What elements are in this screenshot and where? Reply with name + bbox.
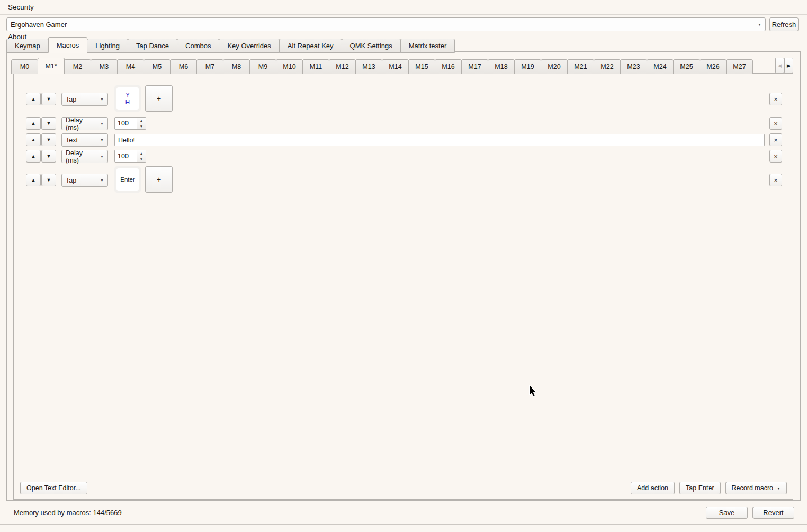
macro-tab[interactable]: M11 (302, 59, 329, 74)
remove-action-button[interactable]: × (769, 117, 782, 130)
delay-input[interactable] (115, 150, 137, 162)
macro-tab[interactable]: M3 (91, 59, 118, 74)
action-type-select[interactable]: Text ▼ (61, 133, 108, 147)
macro-tab[interactable]: M15 (408, 59, 435, 74)
record-macro-label: Record macro (732, 484, 774, 492)
macro-tab[interactable]: M6 (170, 59, 197, 74)
move-down-button[interactable]: ▼ (41, 117, 56, 130)
macro-tab[interactable]: M1* (38, 58, 65, 74)
chevron-down-icon: ▼ (755, 23, 761, 26)
macro-keycap[interactable]: Y H (114, 85, 141, 112)
add-action-button[interactable]: Add action (631, 482, 675, 494)
main-tab[interactable]: Alt Repeat Key (279, 39, 342, 53)
macro-tab[interactable]: M14 (382, 59, 409, 74)
remove-action-button[interactable]: × (769, 133, 782, 146)
macro-tab[interactable]: M8 (223, 59, 250, 74)
main-tab-bar: KeymapMacrosLightingTap DanceCombosKey O… (6, 37, 454, 53)
spin-up-icon[interactable]: ▲ (137, 150, 146, 156)
save-button[interactable]: Save (706, 507, 748, 519)
macro-tab[interactable]: M0 (11, 59, 38, 74)
remove-action-button[interactable]: × (769, 174, 782, 186)
remove-action-button[interactable]: × (769, 93, 782, 105)
move-up-button[interactable]: ▲ (26, 117, 41, 130)
macro-tab[interactable]: M20 (541, 59, 568, 74)
action-type-select[interactable]: Delay (ms) ▼ (61, 117, 108, 130)
main-tab[interactable]: QMK Settings (342, 39, 401, 53)
spin-up-icon[interactable]: ▲ (137, 118, 146, 123)
macro-tab[interactable]: M16 (435, 59, 462, 74)
keycap-legend-top: Y (125, 91, 130, 98)
spin-down-icon[interactable]: ▼ (137, 156, 146, 162)
macro-tab[interactable]: M9 (249, 59, 276, 74)
macro-tab[interactable]: M2 (64, 59, 91, 74)
macro-tab[interactable]: M18 (488, 59, 515, 74)
memory-usage-status: Memory used by macros: 144/5669 (14, 509, 122, 517)
macro-keycap[interactable]: Enter (114, 166, 141, 193)
macro-tab[interactable]: M23 (620, 59, 647, 74)
chevron-down-icon: ▼ (97, 97, 104, 101)
move-down-button[interactable]: ▼ (41, 174, 56, 186)
delay-spinbox[interactable]: ▲ ▼ (114, 117, 146, 130)
refresh-button[interactable]: Refresh (769, 17, 799, 31)
move-down-button[interactable]: ▼ (41, 133, 56, 146)
move-up-button[interactable]: ▲ (26, 174, 41, 186)
move-down-button[interactable]: ▼ (41, 150, 56, 163)
macro-tab[interactable]: M22 (594, 59, 621, 74)
chevron-down-icon: ▼ (97, 155, 104, 158)
device-select-value: Ergohaven Gamer (11, 21, 67, 29)
macro-tab[interactable]: M26 (700, 59, 727, 74)
macro-tab[interactable]: M7 (196, 59, 223, 74)
scroll-left-icon[interactable]: ◀ (775, 58, 784, 73)
tap-enter-button[interactable]: Tap Enter (679, 482, 721, 494)
action-type-select[interactable]: Tap ▼ (61, 174, 108, 187)
main-tab[interactable]: Lighting (87, 39, 128, 53)
action-type-value: Text (66, 137, 78, 144)
action-type-select[interactable]: Tap ▼ (61, 93, 108, 106)
main-tab[interactable]: Combos (177, 39, 219, 53)
main-tab[interactable]: Keymap (6, 39, 49, 53)
move-up-button[interactable]: ▲ (26, 150, 41, 163)
macro-text-input[interactable] (114, 134, 765, 146)
record-macro-button[interactable]: Record macro ▼ (725, 482, 787, 494)
remove-action-button[interactable]: × (769, 150, 782, 163)
move-up-button[interactable]: ▲ (26, 133, 41, 146)
chevron-down-icon: ▼ (97, 178, 104, 182)
action-type-value: Tap (66, 96, 76, 103)
mouse-cursor (528, 385, 538, 400)
menu-item[interactable]: Security (3, 0, 65, 15)
macro-tab[interactable]: M19 (514, 59, 541, 74)
device-select[interactable]: Ergohaven Gamer ▼ (6, 17, 766, 31)
action-type-value: Tap (66, 177, 76, 184)
keycap-legend-bottom: H (125, 98, 130, 106)
macro-tab[interactable]: M13 (355, 59, 382, 74)
macro-tab[interactable]: M5 (144, 59, 171, 74)
macro-tab[interactable]: M4 (117, 59, 144, 74)
spinner-buttons: ▲ ▼ (137, 150, 146, 162)
macro-tab[interactable]: M25 (673, 59, 700, 74)
delay-input[interactable] (115, 118, 137, 129)
macro-tab[interactable]: M17 (461, 59, 488, 74)
chevron-down-icon: ▼ (97, 122, 104, 125)
macro-tab[interactable]: M21 (567, 59, 594, 74)
macro-tab[interactable]: M10 (276, 59, 303, 74)
revert-button[interactable]: Revert (752, 507, 794, 519)
open-text-editor-button[interactable]: Open Text Editor... (20, 482, 87, 494)
move-down-button[interactable]: ▼ (41, 93, 56, 105)
main-tab[interactable]: Tap Dance (128, 39, 177, 53)
move-up-button[interactable]: ▲ (26, 93, 41, 105)
spinner-buttons: ▲ ▼ (137, 118, 146, 129)
main-tab[interactable]: Key Overrides (219, 39, 279, 53)
macro-tab[interactable]: M12 (329, 59, 356, 74)
action-type-select[interactable]: Delay (ms) ▼ (61, 150, 108, 163)
keycap-legend: Enter (120, 176, 135, 183)
spin-down-icon[interactable]: ▼ (137, 123, 146, 129)
scroll-right-icon[interactable]: ▶ (784, 58, 793, 73)
main-tab[interactable]: Matrix tester (400, 39, 455, 53)
delay-spinbox[interactable]: ▲ ▼ (114, 150, 146, 163)
add-key-button[interactable]: + (145, 85, 173, 112)
macro-editor-scroll-area: ▲ ▼ Tap ▼ Y H + × ▲ ▼ Delay (ms) ▼ ▲ ▼ (13, 73, 793, 500)
add-key-button[interactable]: + (145, 166, 173, 193)
main-tab[interactable]: Macros (48, 37, 88, 53)
macro-tab[interactable]: M24 (647, 59, 674, 74)
macro-tab[interactable]: M27 (726, 59, 753, 74)
